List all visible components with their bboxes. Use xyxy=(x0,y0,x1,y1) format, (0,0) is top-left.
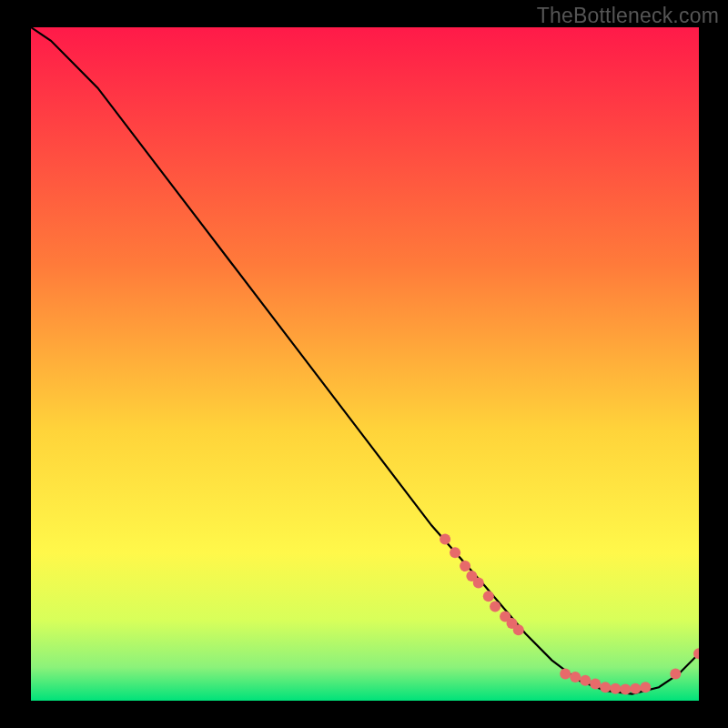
data-marker xyxy=(600,682,611,693)
data-marker xyxy=(640,682,651,693)
data-marker xyxy=(670,668,681,679)
data-marker xyxy=(460,561,470,571)
data-marker xyxy=(580,675,591,686)
plot-area xyxy=(31,27,699,701)
watermark-text: TheBottleneck.com xyxy=(537,4,719,28)
data-marker xyxy=(513,624,524,635)
chart-svg xyxy=(31,27,699,701)
data-marker xyxy=(630,683,641,694)
chart-stage: TheBottleneck.com xyxy=(0,0,728,728)
data-marker xyxy=(440,533,450,544)
data-marker xyxy=(483,591,494,602)
data-marker xyxy=(590,679,601,690)
data-marker xyxy=(570,672,581,682)
data-marker xyxy=(610,683,621,694)
gradient-background xyxy=(31,27,699,701)
data-marker xyxy=(560,668,571,679)
data-marker xyxy=(450,547,460,558)
data-marker xyxy=(620,683,631,694)
data-marker xyxy=(490,601,500,612)
data-marker xyxy=(473,578,484,589)
